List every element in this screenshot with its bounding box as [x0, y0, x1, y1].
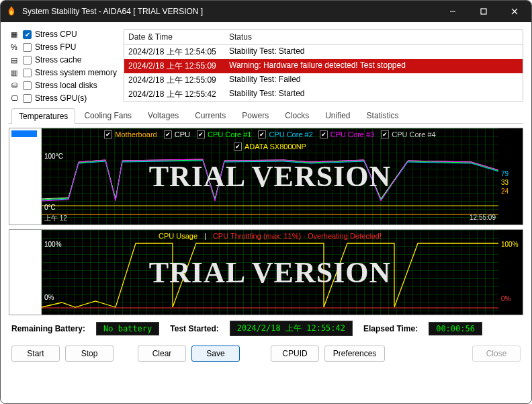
temp-value: 33: [501, 179, 508, 186]
stress-icon: ▦: [9, 29, 19, 40]
stress-option-0: ▦ ✔ Stress CPU: [9, 29, 117, 40]
event-log-header: Date & Time Status: [124, 30, 523, 45]
battery-value: No battery: [96, 322, 159, 335]
cpuid-button[interactable]: CPUID: [271, 346, 319, 362]
stress-checkbox[interactable]: [23, 56, 32, 65]
stress-option-5: 🖵 Stress GPU(s): [9, 93, 117, 104]
checkbox-icon[interactable]: [320, 130, 328, 138]
stress-label: Stress system memory: [35, 68, 117, 77]
start-button[interactable]: Start: [11, 346, 60, 362]
legend-label: CPU: [175, 130, 190, 138]
temp-legend: Motherboard CPU CPU Core #1 CPU Core #2 …: [42, 128, 498, 140]
cpu-y-axis: 100%0%: [44, 230, 62, 302]
legend-label: CPU Core #4: [392, 130, 435, 138]
stress-checkbox[interactable]: [23, 43, 32, 52]
tab-temperatures[interactable]: Temperatures: [11, 108, 75, 124]
legend-item: CPU: [164, 130, 190, 138]
started-label: Test Started:: [170, 324, 218, 333]
log-status: Stability Test: Started: [225, 87, 523, 102]
log-time: 2024/2/18 上午 12:54:05: [124, 45, 225, 59]
legend-item: CPU Core #4: [381, 130, 435, 138]
ssd-legend: ADATA SX8000NP: [42, 140, 498, 153]
stress-checkbox[interactable]: ✔: [23, 30, 32, 39]
checkbox-icon[interactable]: [381, 130, 389, 138]
stress-icon: 🖵: [9, 93, 19, 104]
stress-checkbox[interactable]: [23, 81, 32, 90]
stress-label: Stress cache: [35, 55, 81, 65]
temperature-graph: Motherboard CPU CPU Core #1 CPU Core #2 …: [42, 128, 498, 225]
stress-checkbox[interactable]: [23, 69, 32, 77]
stress-options: ▦ ✔ Stress CPU% Stress FPU▤ Stress cache…: [9, 29, 117, 104]
stress-label: Stress GPU(s): [35, 93, 87, 103]
checkbox-icon[interactable]: [104, 130, 112, 138]
checkbox-icon[interactable]: [164, 130, 172, 138]
sensor-sidebar[interactable]: [9, 128, 42, 225]
log-time: 2024/2/18 上午 12:55:42: [124, 87, 225, 102]
stress-icon: ▥: [9, 67, 19, 78]
titlebar: System Stability Test - AIDA64 [ TRIAL V…: [1, 1, 531, 22]
temp-y-axis: 100°C0°C: [44, 128, 63, 212]
stress-checkbox[interactable]: [23, 94, 32, 103]
legend-label: CPU Core #1: [208, 130, 251, 138]
col-status[interactable]: Status: [225, 30, 523, 44]
stress-label: Stress local disks: [35, 81, 97, 90]
stress-icon: ▤: [9, 54, 19, 65]
stress-option-1: % Stress FPU: [9, 42, 117, 52]
tab-clocks[interactable]: Clocks: [277, 108, 316, 123]
temp-value: 24: [501, 188, 508, 195]
legend-item: CPU Core #1: [197, 130, 251, 138]
button-bar: Start Stop Clear Save CPUID Preferences …: [9, 341, 523, 363]
stress-label: Stress FPU: [35, 42, 76, 52]
temp-current-values: 793324: [498, 128, 523, 225]
tab-cooling-fans[interactable]: Cooling Fans: [77, 108, 139, 123]
ssd-legend-label: ADATA SX8000NP: [245, 143, 306, 151]
stop-button[interactable]: Stop: [65, 346, 114, 362]
preferences-button[interactable]: Preferences: [324, 346, 385, 362]
stress-option-4: ⛁ Stress local disks: [9, 80, 117, 91]
stress-label: Stress CPU: [35, 30, 77, 39]
elapsed-value: 00:00:56: [429, 322, 482, 335]
legend-item: CPU Core #3: [320, 130, 374, 138]
stress-option-2: ▤ Stress cache: [9, 54, 117, 65]
log-row[interactable]: 2024/2/18 上午 12:55:42 Stability Test: St…: [124, 87, 523, 102]
battery-label: Remaining Battery:: [11, 324, 85, 333]
maximize-button[interactable]: [468, 1, 499, 22]
legend-item: Motherboard: [104, 130, 157, 138]
clear-button[interactable]: Clear: [138, 346, 186, 362]
checkbox-icon[interactable]: [258, 130, 266, 138]
cpu-usage-graph: CPU Usage | CPU Throttling (max: 11%) - …: [42, 230, 498, 315]
log-row[interactable]: 2024/2/18 上午 12:54:05 Stability Test: St…: [124, 45, 523, 59]
close-button[interactable]: [499, 1, 530, 22]
tab-currents[interactable]: Currents: [187, 108, 233, 123]
close-panel-button[interactable]: Close: [472, 346, 521, 362]
cpu-sidebar: [9, 230, 42, 315]
cpu-current-values: 100% 0%: [498, 230, 523, 315]
temp-x-axis: 上午 1212:55:09: [42, 214, 498, 225]
status-bar: Remaining Battery: No battery Test Start…: [9, 319, 523, 337]
cpu-throttling-label: CPU Throttling (max: 11%) - Overheating …: [213, 232, 382, 240]
checkbox-icon[interactable]: [234, 143, 242, 151]
log-row[interactable]: 2024/2/18 上午 12:55:09 Stability Test: Fa…: [124, 73, 523, 87]
tab-voltages[interactable]: Voltages: [140, 108, 186, 123]
log-time: 2024/2/18 上午 12:55:09: [124, 73, 225, 87]
stress-option-3: ▥ Stress system memory: [9, 67, 117, 78]
checkbox-icon[interactable]: [197, 130, 205, 138]
window-title: System Stability Test - AIDA64 [ TRIAL V…: [22, 7, 437, 16]
cpu-legend: CPU Usage | CPU Throttling (max: 11%) - …: [42, 230, 498, 242]
event-log[interactable]: Date & Time Status 2024/2/18 上午 12:54:05…: [124, 29, 523, 102]
tab-statistics[interactable]: Statistics: [359, 108, 406, 123]
save-button[interactable]: Save: [191, 346, 240, 362]
log-time: 2024/2/18 上午 12:55:09: [124, 59, 225, 73]
tab-unified[interactable]: Unified: [318, 108, 357, 123]
legend-item: CPU Core #2: [258, 130, 312, 138]
elapsed-label: Elapsed Time:: [363, 324, 418, 333]
tab-powers[interactable]: Powers: [234, 108, 276, 123]
app-icon: [6, 6, 17, 17]
log-status: Warning: Hardware failure detected! Test…: [225, 59, 523, 73]
log-row[interactable]: 2024/2/18 上午 12:55:09 Warning: Hardware …: [124, 59, 523, 73]
minimize-button[interactable]: [437, 1, 468, 22]
legend-label: Motherboard: [115, 130, 157, 138]
col-datetime[interactable]: Date & Time: [124, 30, 225, 44]
log-status: Stability Test: Started: [225, 45, 523, 59]
stress-icon: %: [9, 42, 19, 52]
